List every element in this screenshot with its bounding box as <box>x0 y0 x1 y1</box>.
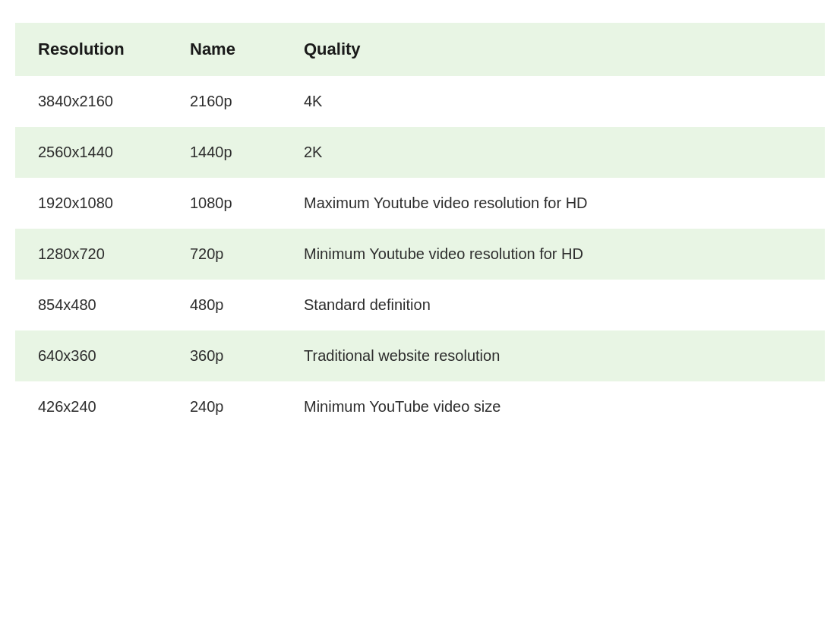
cell-name: 240p <box>167 381 281 432</box>
cell-name: 480p <box>167 280 281 330</box>
cell-resolution: 1280x720 <box>15 229 167 280</box>
cell-name: 720p <box>167 229 281 280</box>
table-row: 640x360360pTraditional website resolutio… <box>15 330 825 381</box>
cell-resolution: 854x480 <box>15 280 167 330</box>
cell-quality: Standard definition <box>281 280 825 330</box>
table-header-row: Resolution Name Quality <box>15 23 825 76</box>
table-row: 3840x21602160p4K <box>15 76 825 127</box>
table-row: 1280x720720pMinimum Youtube video resolu… <box>15 229 825 280</box>
table-row: 426x240240pMinimum YouTube video size <box>15 381 825 432</box>
resolution-table: Resolution Name Quality 3840x21602160p4K… <box>15 23 825 432</box>
cell-quality: Maximum Youtube video resolution for HD <box>281 178 825 229</box>
cell-name: 1440p <box>167 127 281 178</box>
cell-name: 2160p <box>167 76 281 127</box>
cell-resolution: 2560x1440 <box>15 127 167 178</box>
table-row: 854x480480pStandard definition <box>15 280 825 330</box>
cell-quality: Traditional website resolution <box>281 330 825 381</box>
header-resolution: Resolution <box>15 23 167 76</box>
cell-quality: Minimum Youtube video resolution for HD <box>281 229 825 280</box>
cell-resolution: 3840x2160 <box>15 76 167 127</box>
header-name: Name <box>167 23 281 76</box>
cell-resolution: 426x240 <box>15 381 167 432</box>
cell-quality: 2K <box>281 127 825 178</box>
cell-resolution: 1920x1080 <box>15 178 167 229</box>
cell-quality: Minimum YouTube video size <box>281 381 825 432</box>
cell-name: 360p <box>167 330 281 381</box>
header-quality: Quality <box>281 23 825 76</box>
table-row: 2560x14401440p2K <box>15 127 825 178</box>
cell-quality: 4K <box>281 76 825 127</box>
cell-name: 1080p <box>167 178 281 229</box>
cell-resolution: 640x360 <box>15 330 167 381</box>
table-row: 1920x10801080pMaximum Youtube video reso… <box>15 178 825 229</box>
